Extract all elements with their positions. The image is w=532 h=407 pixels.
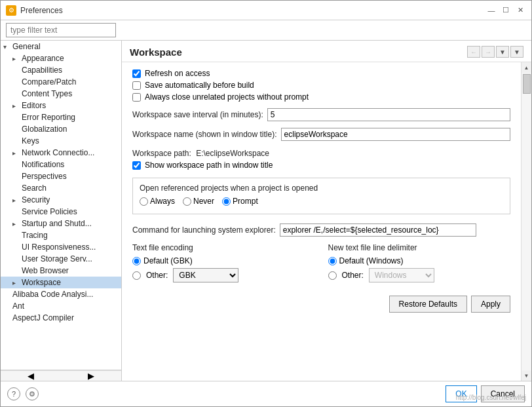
- radio-always[interactable]: Always: [140, 197, 175, 206]
- scrollbar-down-arrow[interactable]: ▼: [522, 370, 532, 381]
- show-path-row: Show workspace path in window title: [132, 161, 510, 170]
- show-path-label: Show workspace path in window title: [145, 161, 273, 170]
- save-before-build-checkbox[interactable]: [132, 81, 141, 90]
- tree-item-security[interactable]: ▸ Security: [1, 194, 121, 206]
- line-delimiter-title: New text file line delimiter: [328, 243, 511, 252]
- expand-icon-web-browser: [12, 267, 22, 275]
- tree-item-compare-patch[interactable]: Compare/Patch: [1, 76, 121, 88]
- encoding-other-select[interactable]: GBK: [173, 268, 238, 282]
- right-scrollbar[interactable]: ▲ ▼: [521, 62, 531, 381]
- workspace-path-label: Workspace path:: [132, 149, 191, 158]
- window-controls: — ☐ ✕: [485, 5, 526, 16]
- save-interval-label: Workspace save interval (in minutes):: [132, 110, 263, 119]
- right-panel-title: Workspace: [130, 47, 182, 58]
- tree-scroll-left[interactable]: ◀: [1, 370, 61, 381]
- window-title: Preferences: [20, 6, 485, 15]
- tree-item-globalization[interactable]: Globalization: [1, 123, 121, 135]
- text-encoding-box: Text file encoding Default (GBK) Other: …: [132, 243, 315, 285]
- tree-item-service-policies[interactable]: Service Policies: [1, 206, 121, 218]
- line-delimiter-other-label: Other:: [342, 271, 364, 280]
- expand-icon-alibaba: [3, 291, 12, 298]
- encoding-default-radio[interactable]: [132, 257, 141, 265]
- show-path-checkbox[interactable]: [132, 161, 141, 170]
- workspace-name-input[interactable]: [281, 128, 510, 141]
- nav-down-button[interactable]: ▼: [496, 46, 509, 58]
- tree-item-keys[interactable]: Keys: [1, 135, 121, 147]
- nav-back-button[interactable]: ←: [467, 46, 480, 58]
- tree-item-aspectj[interactable]: AspectJ Compiler: [1, 312, 121, 324]
- tree-scroll-right[interactable]: ▶: [61, 370, 121, 381]
- tree-item-appearance[interactable]: ▸ Appearance: [1, 52, 121, 64]
- encoding-default-label: Default (GBK): [143, 256, 193, 265]
- tree-label-search: Search: [22, 184, 47, 193]
- tree-item-general[interactable]: ▾ General: [1, 41, 121, 52]
- checkbox-row-close-unrelated: Always close unrelated projects without …: [132, 92, 510, 102]
- radio-prompt[interactable]: Prompt: [222, 197, 258, 206]
- expand-icon-editors: ▸: [12, 102, 22, 109]
- tree-item-workspace[interactable]: ▸ Workspace: [1, 277, 121, 288]
- minimize-button[interactable]: —: [485, 5, 497, 16]
- tree-item-alibaba[interactable]: Alibaba Code Analysi...: [1, 288, 121, 300]
- expand-icon-appearance: ▸: [12, 55, 22, 62]
- final-bar-left: ? ⚙: [7, 387, 39, 400]
- command-input[interactable]: [280, 223, 476, 237]
- tree-scroll-area[interactable]: ▾ General ▸ Appearance Capabilities Comp…: [1, 41, 121, 370]
- tree-label-compare-patch: Compare/Patch: [22, 77, 76, 87]
- tree-label-security: Security: [22, 195, 50, 204]
- restore-defaults-button[interactable]: Restore Defaults: [389, 296, 467, 313]
- tree-item-content-types[interactable]: Content Types: [1, 88, 121, 100]
- encoding-other-row: Other: GBK: [132, 268, 315, 282]
- watermark: http://blog.csdn.net/wlfej: [456, 394, 526, 401]
- line-delimiter-default-radio[interactable]: [328, 257, 337, 265]
- radio-never[interactable]: Never: [183, 197, 214, 206]
- close-button[interactable]: ✕: [514, 5, 526, 16]
- expand-icon-tracing: [12, 232, 22, 239]
- tree-item-perspectives[interactable]: Perspectives: [1, 170, 121, 182]
- tree-item-error-reporting[interactable]: Error Reporting: [1, 111, 121, 123]
- refresh-on-access-label: Refresh on access: [145, 69, 210, 78]
- expand-icon-compare-patch: [12, 79, 22, 86]
- tree-item-ui-responsiveness[interactable]: UI Responsiveness...: [1, 241, 121, 253]
- save-before-build-label: Save automatically before build: [145, 81, 254, 90]
- close-unrelated-checkbox[interactable]: [132, 93, 141, 102]
- search-input[interactable]: [6, 23, 116, 37]
- text-encoding-title: Text file encoding: [132, 243, 315, 252]
- line-delimiter-other-row: Other: Windows: [328, 268, 511, 282]
- help-icon[interactable]: ?: [7, 387, 20, 400]
- nav-menu-button[interactable]: ▼: [510, 46, 523, 58]
- radio-always-input[interactable]: [140, 197, 148, 206]
- tree-label-aspectj: AspectJ Compiler: [12, 313, 74, 322]
- scrollbar-up-arrow[interactable]: ▲: [522, 62, 532, 73]
- radio-never-input[interactable]: [183, 197, 191, 206]
- expand-icon-content-types: [12, 90, 22, 98]
- tree-label-service-policies: Service Policies: [22, 207, 77, 216]
- tree-label-workspace: Workspace: [22, 278, 61, 287]
- encoding-other-radio[interactable]: [132, 271, 141, 280]
- tree-item-notifications[interactable]: Notifications: [1, 159, 121, 170]
- line-delimiter-other-select[interactable]: Windows: [369, 268, 434, 282]
- apply-button[interactable]: Apply: [471, 296, 510, 313]
- tree-label-capabilities: Capabilities: [22, 66, 62, 75]
- scrollbar-thumb[interactable]: [523, 74, 531, 94]
- open-projects-section: Open referenced projects when a project …: [132, 178, 510, 214]
- radio-prompt-input[interactable]: [222, 197, 231, 206]
- line-delimiter-other-radio[interactable]: [328, 271, 337, 280]
- nav-fwd-button[interactable]: →: [482, 46, 495, 58]
- expand-icon-aspectj: [3, 315, 12, 322]
- settings-icon[interactable]: ⚙: [26, 387, 39, 400]
- tree-item-capabilities[interactable]: Capabilities: [1, 64, 121, 76]
- save-interval-input[interactable]: [267, 108, 510, 121]
- tree-item-web-browser[interactable]: Web Browser: [1, 265, 121, 277]
- tree-item-startup[interactable]: ▸ Startup and Shutd...: [1, 218, 121, 229]
- tree-item-search[interactable]: Search: [1, 182, 121, 194]
- maximize-button[interactable]: ☐: [500, 5, 512, 16]
- tree-item-user-storage[interactable]: User Storage Serv...: [1, 253, 121, 265]
- tree-item-network-connections[interactable]: ▸ Network Connectio...: [1, 147, 121, 159]
- expand-icon-ant: [3, 303, 12, 310]
- checkbox-row-refresh: Refresh on access: [132, 69, 510, 78]
- tree-item-ant[interactable]: Ant: [1, 300, 121, 312]
- refresh-on-access-checkbox[interactable]: [132, 69, 141, 78]
- tree-item-editors[interactable]: ▸ Editors: [1, 100, 121, 111]
- workspace-path-row: Workspace path: E:\eclipseWorkspace: [132, 149, 510, 158]
- tree-item-tracing[interactable]: Tracing: [1, 229, 121, 241]
